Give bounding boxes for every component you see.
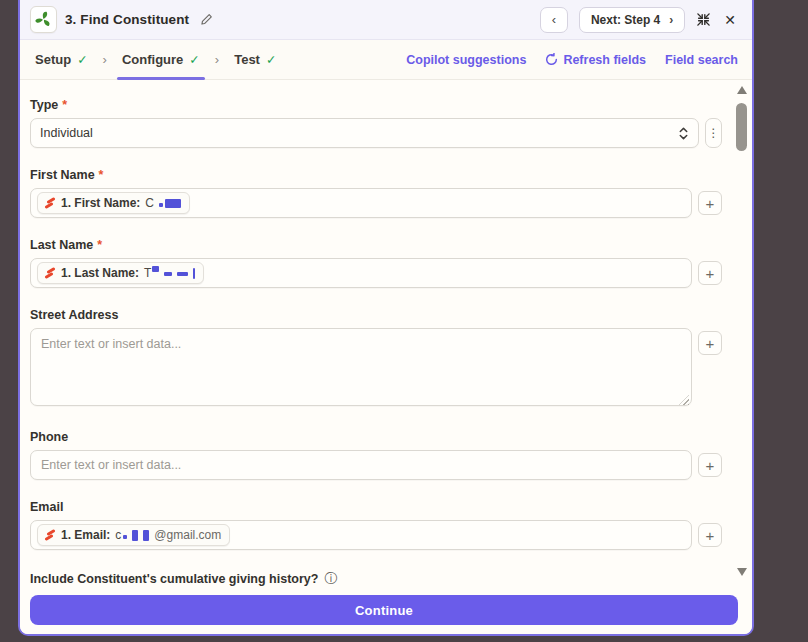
first-name-field-label: First Name * [30, 168, 722, 182]
collapse-icon[interactable] [696, 12, 711, 27]
step-editor-dialog: 3. Find Constituent ‹ Next: Step 4 › ✕ [18, 0, 754, 636]
last-name-field-row: 1. Last Name: T + [30, 258, 722, 288]
type-field-row: Individual ⋮ [30, 118, 722, 148]
scrollbar-thumb[interactable] [736, 103, 747, 151]
redacted-text [177, 272, 188, 276]
refresh-icon [545, 53, 558, 66]
token-label: 1. Last Name: [61, 266, 139, 280]
select-stepper-icon [678, 126, 689, 141]
street-address-label-text: Street Address [30, 308, 118, 322]
type-select[interactable]: Individual [30, 118, 699, 148]
step-title: 3. Find Constituent [65, 12, 189, 27]
street-address-add-data-button[interactable]: + [698, 331, 722, 355]
copilot-suggestions-link[interactable]: Copilot suggestions [406, 53, 526, 67]
required-asterisk: * [99, 168, 104, 182]
mapped-field-token[interactable]: 1. Email: c @gmail.com [37, 524, 230, 546]
phone-field-label: Phone [30, 430, 722, 444]
last-name-add-data-button[interactable]: + [698, 261, 722, 285]
source-app-icon [44, 197, 56, 209]
email-field-row: 1. Email: c @gmail.com + [30, 520, 722, 550]
tab-test[interactable]: Test ✓ [229, 40, 281, 79]
scroll-down-icon[interactable] [737, 568, 747, 576]
next-step-label: Next: Step 4 [591, 13, 660, 27]
step-tabbar: Setup ✓ › Configure ✓ › Test ✓ Copilot s… [20, 40, 752, 80]
check-icon: ✓ [189, 52, 199, 67]
prev-step-button[interactable]: ‹ [540, 7, 568, 33]
email-input[interactable]: 1. Email: c @gmail.com [30, 520, 692, 550]
info-icon: ⓘ [324, 570, 337, 588]
first-name-add-data-button[interactable]: + [698, 191, 722, 215]
street-address-field-row: + [30, 328, 722, 410]
redacted-text [193, 268, 195, 279]
phone-label-text: Phone [30, 430, 68, 444]
refresh-fields-link[interactable]: Refresh fields [545, 53, 646, 67]
continue-button[interactable]: Continue [30, 595, 738, 625]
check-icon: ✓ [266, 52, 276, 67]
token-value: c [115, 528, 121, 542]
token-label: 1. Email: [61, 528, 110, 542]
type-options-menu-button[interactable]: ⋮ [705, 118, 722, 148]
configure-form: Type * Individual ⋮ First Name * [20, 80, 752, 588]
type-field-label: Type * [30, 98, 722, 112]
last-name-label-text: Last Name [30, 238, 93, 252]
bloomerang-app-logo-icon [30, 6, 57, 33]
redacted-text [165, 199, 181, 208]
tab-test-label: Test [234, 52, 260, 67]
last-name-input[interactable]: 1. Last Name: T [30, 258, 692, 288]
giving-history-field-label: Include Constituent's cumulative giving … [30, 570, 722, 588]
phone-add-data-button[interactable]: + [698, 453, 722, 477]
refresh-fields-label: Refresh fields [563, 53, 646, 67]
token-value: C [145, 196, 154, 210]
mapped-field-token[interactable]: 1. Last Name: T [37, 262, 204, 284]
email-label-text: Email [30, 500, 63, 514]
source-app-icon [44, 267, 56, 279]
email-add-data-button[interactable]: + [698, 523, 722, 547]
header-controls: ‹ Next: Step 4 › ✕ [540, 7, 738, 33]
token-tail-text: @gmail.com [154, 528, 221, 542]
field-search-link[interactable]: Field search [665, 53, 738, 67]
redacted-text [143, 530, 149, 541]
first-name-input[interactable]: 1. First Name: C [30, 188, 692, 218]
mapped-field-token[interactable]: 1. First Name: C [37, 192, 190, 214]
first-name-field-row: 1. First Name: C + [30, 188, 722, 218]
tab-setup[interactable]: Setup ✓ [30, 40, 93, 79]
last-name-field-label: Last Name * [30, 238, 722, 252]
phone-input[interactable] [30, 450, 692, 480]
giving-history-label-text: Include Constituent's cumulative giving … [30, 572, 318, 586]
source-app-icon [44, 529, 56, 541]
first-name-label-text: First Name [30, 168, 95, 182]
close-icon[interactable]: ✕ [722, 12, 738, 28]
street-address-textarea[interactable] [30, 328, 692, 406]
street-address-field-label: Street Address [30, 308, 722, 322]
redacted-text [159, 203, 163, 207]
redacted-text [152, 266, 159, 272]
tab-setup-label: Setup [35, 52, 71, 67]
redacted-text [164, 272, 172, 276]
tab-separator-icon: › [103, 52, 107, 67]
check-icon: ✓ [77, 52, 87, 67]
content-scrollbar [735, 86, 749, 576]
next-step-button[interactable]: Next: Step 4 › [579, 7, 685, 33]
scroll-up-icon[interactable] [737, 86, 747, 94]
required-asterisk: * [97, 238, 102, 252]
redacted-text [132, 530, 138, 541]
redacted-text [123, 535, 127, 539]
tab-configure-label: Configure [122, 52, 183, 67]
tabbar-actions: Copilot suggestions Refresh fields Field… [406, 53, 738, 67]
chevron-right-icon: › [669, 13, 673, 27]
type-select-value: Individual [40, 126, 678, 140]
token-value: T [144, 266, 151, 280]
pinwheel-leaf-icon [34, 10, 53, 29]
dialog-header: 3. Find Constituent ‹ Next: Step 4 › ✕ [20, 0, 752, 40]
edit-title-icon[interactable] [200, 13, 213, 26]
type-label-text: Type [30, 98, 58, 112]
tab-separator-icon: › [215, 52, 219, 67]
tab-configure[interactable]: Configure ✓ [117, 40, 205, 79]
phone-field-row: + [30, 450, 722, 480]
street-address-textarea-wrap [30, 328, 692, 410]
dialog-footer: Continue [20, 588, 752, 634]
token-label: 1. First Name: [61, 196, 140, 210]
required-asterisk: * [62, 98, 67, 112]
email-field-label: Email [30, 500, 722, 514]
